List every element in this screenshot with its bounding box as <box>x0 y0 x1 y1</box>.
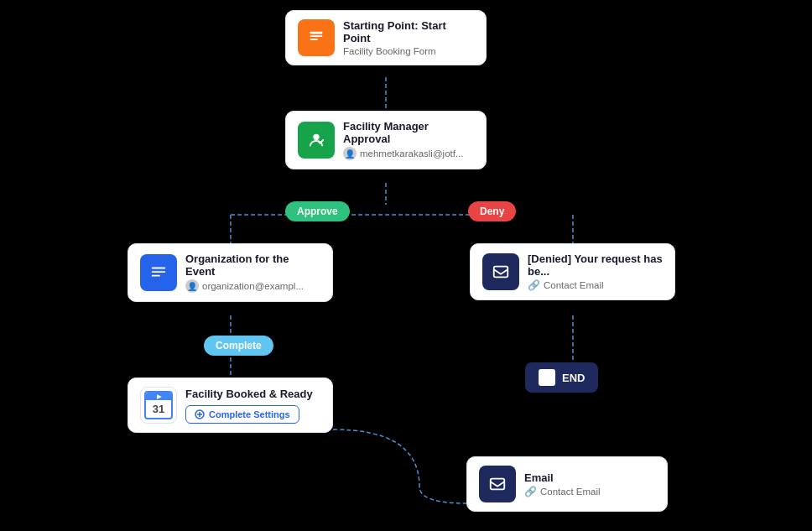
denied-icon <box>482 253 519 290</box>
svg-rect-8 <box>310 32 323 34</box>
org-content: Organization for the Event 👤 organizatio… <box>185 252 320 293</box>
user-avatar-icon: 👤 <box>343 147 357 160</box>
start-content: Starting Point: Start Point Facility Boo… <box>343 19 474 56</box>
approval-icon <box>298 122 335 159</box>
end-label: END <box>562 372 585 384</box>
start-node[interactable]: Starting Point: Start Point Facility Boo… <box>285 10 487 65</box>
email-title: Email <box>524 471 655 484</box>
gcal-icon: ▶ 31 <box>140 387 177 424</box>
approval-title: Facility Manager Approval <box>343 120 474 145</box>
svg-rect-9 <box>310 35 323 37</box>
org-icon <box>140 254 177 291</box>
denied-subtitle: 🔗 Contact Email <box>528 279 663 291</box>
org-title: Organization for the Event <box>185 252 320 278</box>
facility-content: Facility Booked & Ready Complete Setting… <box>185 388 320 424</box>
end-stop-icon <box>539 369 555 386</box>
connection-lines <box>0 0 812 531</box>
svg-rect-10 <box>310 39 318 40</box>
org-avatar-icon: 👤 <box>185 279 199 293</box>
email-icon <box>479 466 516 502</box>
approval-subtitle: 👤 mehmetkarakasli@jotf... <box>343 147 474 160</box>
end-node[interactable]: END <box>525 362 598 393</box>
svg-rect-13 <box>152 271 166 273</box>
svg-rect-14 <box>152 275 160 277</box>
start-subtitle: Facility Booking Form <box>343 46 474 56</box>
start-icon <box>298 19 335 56</box>
denied-node[interactable]: [Denied] Your request has be... 🔗 Contac… <box>470 243 675 300</box>
email-content: Email 🔗 Contact Email <box>524 471 655 497</box>
approval-node[interactable]: Facility Manager Approval 👤 mehmetkaraka… <box>285 111 487 169</box>
email-node[interactable]: Email 🔗 Contact Email <box>466 456 668 512</box>
link-icon: 🔗 <box>528 279 540 291</box>
org-subtitle: 👤 organization@exampl... <box>185 279 320 293</box>
approval-content: Facility Manager Approval 👤 mehmetkaraka… <box>343 120 474 160</box>
denied-title: [Denied] Your request has be... <box>528 252 663 278</box>
deny-badge[interactable]: Deny <box>468 201 516 221</box>
workflow-canvas: Starting Point: Start Point Facility Boo… <box>0 0 812 531</box>
facility-node[interactable]: ▶ 31 Facility Booked & Ready Complete Se… <box>128 377 333 433</box>
denied-content: [Denied] Your request has be... 🔗 Contac… <box>528 252 663 291</box>
email-subtitle: 🔗 Contact Email <box>524 486 655 497</box>
approve-badge[interactable]: Approve <box>285 201 350 221</box>
org-node[interactable]: Organization for the Event 👤 organizatio… <box>128 243 333 302</box>
svg-rect-12 <box>152 268 166 269</box>
complete-badge[interactable]: Complete <box>204 336 273 356</box>
start-title: Starting Point: Start Point <box>343 19 474 44</box>
facility-title: Facility Booked & Ready <box>185 388 320 400</box>
email-link-icon: 🔗 <box>524 486 537 497</box>
svg-point-11 <box>313 134 319 140</box>
complete-settings-button[interactable]: Complete Settings <box>185 405 299 424</box>
